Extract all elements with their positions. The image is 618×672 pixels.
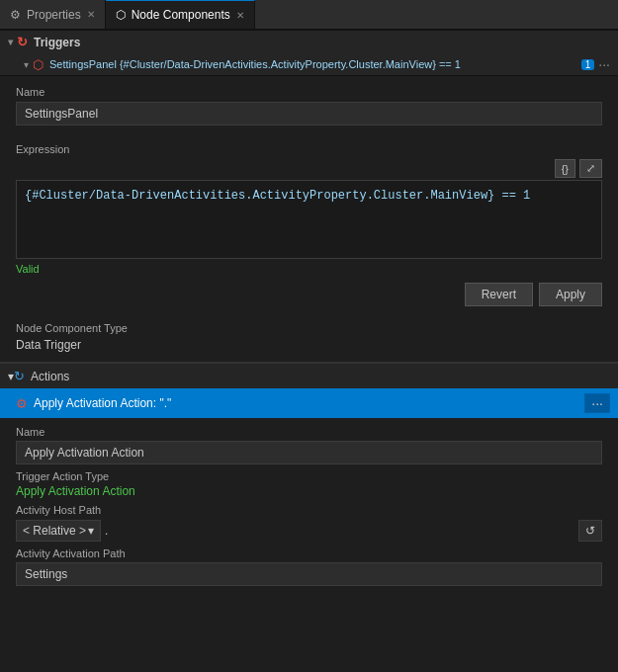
expression-expand-btn[interactable]: ⤢: [579, 159, 602, 178]
action-item-label: Apply Activation Action: ".": [34, 396, 584, 410]
apply-button[interactable]: Apply: [539, 283, 602, 306]
action-details: Name Apply Activation Action Trigger Act…: [0, 418, 618, 600]
triggers-section-header[interactable]: ↻ Triggers: [0, 30, 618, 53]
activity-activation-path-value: Settings: [16, 562, 602, 586]
trigger-name-panel: Name SettingsPanel: [0, 75, 618, 126]
node-components-icon: ⬡: [116, 8, 126, 22]
tab-bar: ⚙ Properties ✕ ⬡ Node Components ✕: [0, 0, 618, 30]
properties-icon: ⚙: [10, 8, 21, 22]
trigger-badge: 1: [581, 59, 595, 70]
expression-editor[interactable]: {#Cluster/Data-DrivenActivities.Activity…: [16, 180, 602, 259]
tab-properties-close[interactable]: ✕: [87, 9, 95, 20]
action-item[interactable]: ⚙ Apply Activation Action: "." ···: [0, 388, 618, 418]
trigger-more-btn[interactable]: ···: [598, 56, 610, 72]
expression-braces-btn[interactable]: {}: [555, 159, 575, 178]
trigger-item-label: SettingsPanel {#Cluster/Data-DrivenActiv…: [49, 58, 577, 70]
trigger-tree-item[interactable]: ⬡ SettingsPanel {#Cluster/Data-DrivenAct…: [0, 53, 618, 75]
tab-node-components-close[interactable]: ✕: [236, 10, 244, 21]
actions-section-header[interactable]: ↻ Actions: [0, 363, 618, 388]
name-value: SettingsPanel: [16, 102, 602, 126]
name-label: Name: [16, 86, 602, 98]
nc-type-label: Node Component Type: [16, 322, 602, 334]
expression-panel: Expression {} ⤢ {#Cluster/Data-DrivenAct…: [0, 133, 618, 306]
trigger-item-icon: ⬡: [33, 57, 44, 72]
action-item-icon: ⚙: [16, 396, 28, 411]
action-name-label: Name: [16, 426, 602, 438]
tab-properties[interactable]: ⚙ Properties ✕: [0, 0, 106, 29]
host-path-row: < Relative > ▾ . ↺: [16, 520, 602, 542]
tab-properties-label: Properties: [27, 8, 81, 22]
expression-toolbar: {} ⤢: [16, 159, 602, 178]
tab-node-components[interactable]: ⬡ Node Components ✕: [106, 0, 255, 29]
triggers-bolt-icon: ↻: [17, 35, 28, 49]
revert-button[interactable]: Revert: [465, 283, 533, 306]
trigger-action-type-value: Apply Activation Action: [16, 484, 602, 498]
trigger-item-arrow-icon: [24, 59, 29, 70]
host-path-select[interactable]: < Relative > ▾: [16, 520, 101, 542]
host-path-dot: .: [105, 524, 108, 538]
action-more-btn[interactable]: ···: [584, 393, 610, 413]
expression-buttons: Revert Apply: [16, 283, 602, 306]
action-name-value: Apply Activation Action: [16, 441, 602, 464]
tab-node-components-label: Node Components: [132, 8, 230, 22]
actions-section-label: Actions: [31, 370, 69, 383]
triggers-section-label: Triggers: [34, 36, 80, 49]
triggers-arrow-icon: [8, 37, 13, 47]
valid-text: Valid: [16, 263, 602, 275]
host-path-chevron-icon: ▾: [88, 524, 94, 538]
host-path-refresh-btn[interactable]: ↺: [578, 520, 602, 542]
nc-type-section: Node Component Type Data Trigger: [0, 316, 618, 362]
activity-activation-path-label: Activity Activation Path: [16, 547, 602, 559]
nc-type-value: Data Trigger: [16, 338, 602, 352]
expression-label: Expression: [16, 143, 602, 155]
actions-icon: ↻: [14, 369, 25, 383]
activity-host-path-label: Activity Host Path: [16, 504, 602, 516]
trigger-action-type-label: Trigger Action Type: [16, 470, 602, 482]
